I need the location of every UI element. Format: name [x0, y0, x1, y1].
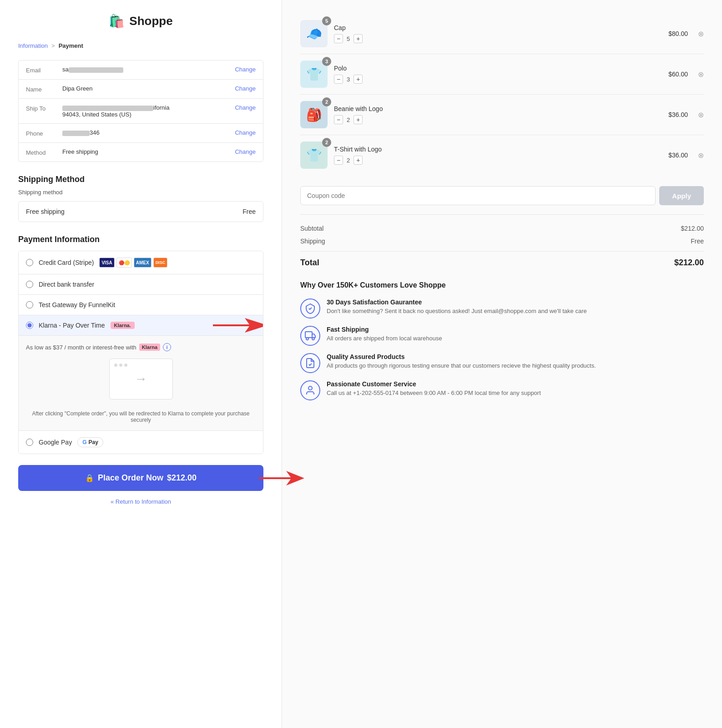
radio-klarna[interactable]	[26, 322, 33, 329]
radio-bank[interactable]	[26, 281, 33, 288]
info-table: Email sa Change Name Dipa Green Change S…	[18, 60, 263, 162]
quality-heading: Quality Assured Products	[327, 353, 596, 360]
shipping-label: Shipping	[300, 238, 325, 245]
guarantee-text: 30 Days Satisfaction Gaurantee Don't lik…	[327, 298, 587, 315]
info-change-name[interactable]: Change	[235, 85, 256, 92]
return-link-container: « Return to Information	[18, 498, 263, 505]
apply-coupon-button[interactable]: Apply	[659, 186, 704, 205]
svg-point-5	[308, 386, 312, 390]
cap-badge: 5	[322, 16, 331, 25]
amex-icon: AMEX	[134, 258, 151, 268]
quality-body: All products go through rigorous testing…	[327, 362, 596, 370]
payment-option-klarna[interactable]: Klarna - Pay Over Time Klarna.	[19, 315, 263, 336]
klarna-arrow-decoration	[213, 316, 263, 334]
info-change-method[interactable]: Change	[235, 148, 256, 155]
tshirt-qty-decrease[interactable]: −	[334, 156, 343, 165]
klarna-expanded-content: As low as $37 / month or interest-free w…	[19, 336, 263, 431]
tshirt-name: T-Shirt with Logo	[334, 146, 662, 153]
cart-item-beanie: 🎒 2 Beanie with Logo − 2 + $36.00 ⊗	[300, 95, 704, 135]
shipping-value: Free	[691, 238, 704, 245]
payment-section: Payment Information Credit Card (Stripe)…	[18, 235, 263, 454]
return-to-information-link[interactable]: « Return to Information	[111, 498, 171, 505]
polo-info: Polo − 3 +	[334, 65, 662, 84]
beanie-qty-decrease[interactable]: −	[334, 115, 343, 124]
klarna-monthly-text: As low as $37 / month or interest-free w…	[26, 343, 256, 351]
payment-option-credit-card[interactable]: Credit Card (Stripe) VISA 🔴🟡 AMEX DISC	[19, 251, 263, 274]
place-order-container: 🔒 Place Order Now $212.00	[18, 465, 263, 491]
info-change-phone[interactable]: Change	[235, 129, 256, 136]
radio-gpay[interactable]	[26, 439, 33, 446]
info-label-method: Method	[26, 148, 62, 156]
svg-rect-2	[305, 332, 312, 338]
info-label-email: Email	[26, 66, 62, 74]
tshirt-info: T-Shirt with Logo − 2 +	[334, 146, 662, 165]
lock-icon: 🔒	[85, 474, 94, 482]
beanie-info: Beanie with Logo − 2 +	[334, 105, 662, 124]
payment-option-bank[interactable]: Direct bank transfer	[19, 274, 263, 295]
polo-qty-increase[interactable]: +	[353, 75, 363, 84]
beanie-qty-increase[interactable]: +	[353, 115, 363, 124]
shipping-subtitle: Shipping method	[18, 189, 263, 196]
svg-marker-0	[213, 318, 263, 333]
breadcrumb-info-link[interactable]: Information	[18, 42, 48, 49]
tshirt-remove[interactable]: ⊗	[698, 151, 704, 160]
trust-item-quality: Quality Assured Products All products go…	[300, 353, 704, 373]
subtotal-label: Subtotal	[300, 225, 323, 232]
cap-qty-controls: − 5 +	[334, 34, 662, 43]
shipping-trust-body: All orders are shipped from local wareho…	[327, 334, 442, 343]
trust-title: Why Over 150K+ Customers Love Shoppe	[300, 281, 704, 289]
trust-item-guarantee: 30 Days Satisfaction Gaurantee Don't lik…	[300, 298, 704, 318]
beanie-image-wrap: 🎒 2	[300, 101, 328, 128]
subtotal-row: Subtotal $212.00	[300, 222, 704, 235]
info-change-shipto[interactable]: Change	[235, 104, 256, 111]
polo-price: $60.00	[668, 71, 688, 78]
info-label-name: Name	[26, 85, 62, 93]
trust-items-list: 30 Days Satisfaction Gaurantee Don't lik…	[300, 298, 704, 400]
cart-items-list: 🧢 5 Cap − 5 + $80.00 ⊗ 👕 3	[300, 14, 704, 175]
shipping-trust-heading: Fast Shipping	[327, 326, 442, 333]
cap-remove[interactable]: ⊗	[698, 30, 704, 38]
gpay-label: Google Pay	[39, 439, 72, 446]
tshirt-image-wrap: 👕 2	[300, 142, 328, 169]
trust-item-support: Passionate Customer Service Call us at +…	[300, 380, 704, 400]
cart-item-polo: 👕 3 Polo − 3 + $60.00 ⊗	[300, 54, 704, 95]
beanie-remove[interactable]: ⊗	[698, 111, 704, 119]
radio-test[interactable]	[26, 301, 33, 308]
svg-point-4	[312, 338, 314, 340]
info-value-shipto: ifornia94043, United States (US)	[62, 104, 235, 118]
klarna-info-icon[interactable]: i	[163, 343, 171, 351]
shipping-section: Shipping Method Shipping method Free shi…	[18, 175, 263, 222]
polo-remove[interactable]: ⊗	[698, 70, 704, 79]
beanie-badge: 2	[322, 97, 331, 106]
cart-item-tshirt: 👕 2 T-Shirt with Logo − 2 + $36.00 ⊗	[300, 135, 704, 175]
test-gateway-label: Test Gateway By FunnelKit	[39, 301, 115, 308]
logo-text: Shoppe	[129, 14, 172, 28]
place-order-label: Place Order Now	[98, 473, 163, 483]
info-row-phone: Phone 346 Change	[19, 124, 263, 143]
quality-icon	[300, 353, 320, 373]
payment-options-list: Credit Card (Stripe) VISA 🔴🟡 AMEX DISC D…	[18, 251, 263, 454]
totals-section: Subtotal $212.00 Shipping Free Total $21…	[300, 214, 704, 270]
place-order-button[interactable]: 🔒 Place Order Now $212.00	[18, 465, 263, 491]
radio-credit-card[interactable]	[26, 259, 33, 266]
cap-qty-increase[interactable]: +	[353, 34, 363, 43]
payment-option-test[interactable]: Test Gateway By FunnelKit	[19, 295, 263, 315]
cap-qty-decrease[interactable]: −	[334, 34, 343, 43]
discover-icon: DISC	[153, 258, 168, 268]
cap-name: Cap	[334, 24, 662, 31]
cap-qty-num: 5	[347, 35, 350, 42]
shipping-trust-text: Fast Shipping All orders are shipped fro…	[327, 326, 442, 343]
tshirt-qty-increase[interactable]: +	[353, 156, 363, 165]
polo-qty-decrease[interactable]: −	[334, 75, 343, 84]
shipping-option-cost: Free	[242, 208, 256, 215]
klarna-label: Klarna - Pay Over Time	[39, 322, 105, 329]
info-value-email: sa	[62, 66, 235, 73]
breadcrumb-current: Payment	[59, 42, 83, 49]
info-change-email[interactable]: Change	[235, 66, 256, 73]
beanie-qty-controls: − 2 +	[334, 115, 662, 124]
tshirt-badge: 2	[322, 138, 331, 147]
coupon-input[interactable]	[300, 186, 656, 205]
shipping-row: Shipping Free	[300, 235, 704, 248]
info-row-shipto: Ship To ifornia94043, United States (US)…	[19, 99, 263, 124]
payment-option-gpay[interactable]: Google Pay GPay	[19, 431, 263, 454]
